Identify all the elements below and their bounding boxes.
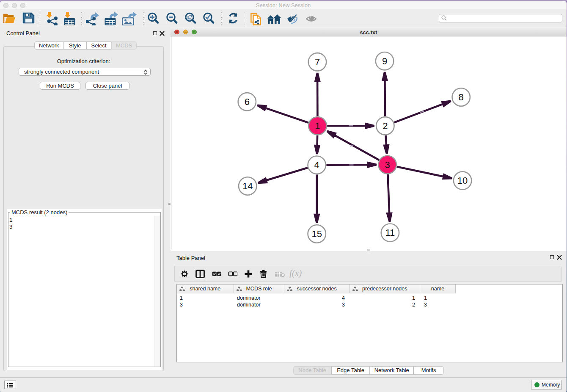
svg-text:7: 7 xyxy=(315,57,320,67)
svg-text:11: 11 xyxy=(385,227,395,238)
svg-text:8: 8 xyxy=(459,92,464,102)
svg-text:6: 6 xyxy=(245,97,250,107)
svg-text:14: 14 xyxy=(242,181,253,191)
svg-text:4: 4 xyxy=(314,160,319,170)
svg-text:9: 9 xyxy=(382,56,387,66)
svg-text:15: 15 xyxy=(311,229,322,239)
svg-text:1: 1 xyxy=(315,121,320,131)
svg-text:2: 2 xyxy=(383,121,388,131)
svg-text:10: 10 xyxy=(457,175,468,186)
svg-text:3: 3 xyxy=(385,160,390,170)
